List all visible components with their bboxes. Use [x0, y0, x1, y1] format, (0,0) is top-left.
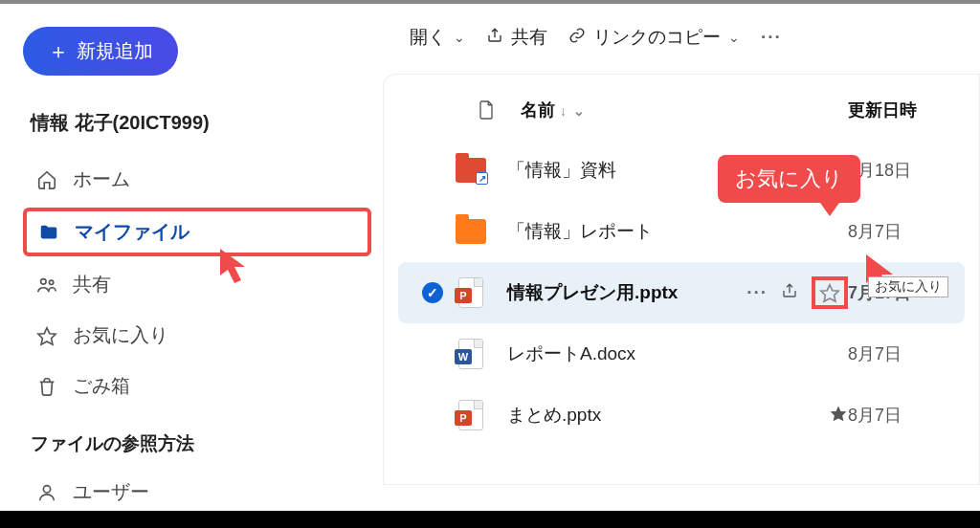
- file-toolbar: 開く ⌄ 共有 リンクのコピー ⌄ ···: [383, 4, 980, 74]
- column-modified-header[interactable]: 更新日時: [848, 99, 953, 121]
- table-row[interactable]: W レポートA.docx 8月7日: [398, 323, 965, 385]
- toolbar-share-label: 共有: [511, 25, 547, 50]
- new-button[interactable]: ＋ 新規追加: [23, 27, 178, 76]
- people-icon: [34, 273, 59, 297]
- link-icon: [568, 27, 586, 49]
- home-icon: [34, 167, 59, 192]
- svg-marker-5: [821, 285, 838, 301]
- pptx-icon: P: [452, 275, 490, 310]
- file-date: 8月7日: [848, 220, 953, 243]
- list-header: 名前 ↓ ⌄ 更新日時: [398, 83, 965, 140]
- annotation-callout: お気に入り: [718, 155, 860, 203]
- svg-point-4: [43, 485, 50, 492]
- chevron-down-icon: ⌄: [454, 30, 465, 45]
- sidebar-item-label: 共有: [73, 272, 111, 297]
- pptx-icon: P: [452, 398, 490, 432]
- svg-point-2: [49, 280, 53, 284]
- sidebar-item-home[interactable]: ホーム: [23, 157, 371, 202]
- file-name[interactable]: レポートA.docx: [507, 341, 848, 366]
- file-date: 7月18日: [848, 159, 953, 182]
- row-favorite-filled-icon[interactable]: [829, 404, 848, 428]
- file-date: 8月7日: [848, 342, 953, 365]
- folder-shortcut-icon: ↗: [452, 153, 490, 187]
- svg-marker-3: [38, 327, 56, 343]
- docx-icon: W: [452, 337, 490, 371]
- new-button-label: 新規追加: [77, 38, 153, 64]
- chevron-down-icon: ⌄: [728, 30, 740, 45]
- sidebar-item-label: ごみ箱: [73, 373, 130, 399]
- plus-icon: ＋: [48, 41, 69, 62]
- file-name[interactable]: まとめ.pptx: [507, 403, 829, 428]
- sidebar-item-favorites[interactable]: お気に入り: [23, 313, 371, 358]
- trash-icon: [34, 374, 59, 399]
- svg-marker-6: [831, 406, 847, 421]
- sidebar-item-my-files[interactable]: マイファイル: [23, 208, 371, 256]
- row-share-icon[interactable]: [781, 282, 798, 304]
- sidebar: ＋ 新規追加 情報 花子(20ICT999) ホーム マイファイル 共有: [0, 4, 383, 511]
- table-row[interactable]: ↗ 「情報」資料 7月18日: [398, 140, 965, 201]
- table-row[interactable]: 「情報」レポート 8月7日: [398, 201, 965, 262]
- main-panel: 開く ⌄ 共有 リンクのコピー ⌄ ···: [383, 4, 980, 511]
- toolbar-share[interactable]: 共有: [486, 25, 547, 50]
- folder-icon: [36, 220, 61, 245]
- share-icon: [486, 27, 503, 49]
- sort-down-icon: ↓: [560, 103, 567, 119]
- sidebar-item-user[interactable]: ユーザー: [23, 470, 371, 515]
- sidebar-item-shared[interactable]: 共有: [23, 262, 371, 307]
- person-icon: [34, 480, 59, 505]
- sidebar-item-label: ユーザー: [73, 479, 149, 505]
- chevron-down-icon: ⌄: [573, 103, 585, 119]
- doc-type-icon[interactable]: [467, 99, 505, 121]
- toolbar-copy-link-label: リンクのコピー: [593, 25, 721, 50]
- row-favorite-button[interactable]: [812, 276, 848, 309]
- table-row[interactable]: P まとめ.pptx 8月7日: [398, 385, 965, 446]
- toolbar-more[interactable]: ···: [761, 27, 782, 48]
- toolbar-copy-link[interactable]: リンクのコピー ⌄: [568, 25, 740, 50]
- sidebar-section-label: ファイルの参照方法: [31, 431, 371, 456]
- file-name[interactable]: 情報プレゼン用.pptx: [507, 280, 746, 305]
- file-date: 8月7日: [848, 404, 953, 427]
- selected-check-icon[interactable]: ✓: [413, 282, 452, 303]
- svg-marker-0: [220, 249, 245, 283]
- sidebar-item-label: マイファイル: [75, 219, 189, 245]
- sidebar-item-label: ホーム: [73, 166, 130, 192]
- sidebar-item-label: お気に入り: [73, 322, 168, 348]
- file-name[interactable]: 「情報」レポート: [507, 219, 848, 244]
- toolbar-open[interactable]: 開く ⌄: [410, 25, 465, 50]
- svg-point-1: [41, 278, 47, 284]
- column-name-header[interactable]: 名前 ↓ ⌄: [521, 99, 585, 121]
- toolbar-open-label: 開く: [410, 25, 446, 50]
- sidebar-item-trash[interactable]: ごみ箱: [23, 363, 371, 408]
- app-frame: ＋ 新規追加 情報 花子(20ICT999) ホーム マイファイル 共有: [0, 4, 980, 511]
- native-tooltip: お気に入り: [868, 276, 948, 297]
- user-display: 情報 花子(20ICT999): [31, 110, 371, 136]
- folder-icon: [452, 214, 490, 249]
- row-more-icon[interactable]: ···: [746, 282, 768, 303]
- star-icon: [34, 323, 59, 348]
